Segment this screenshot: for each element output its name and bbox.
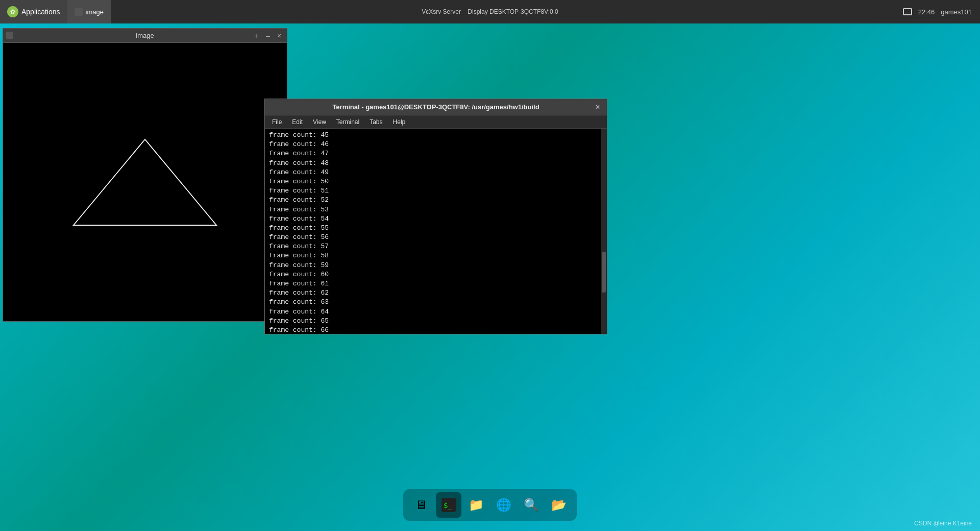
image-window-controls: + – × [252,31,284,40]
terminal-line: frame count: 49 [269,168,603,177]
terminal-close-button[interactable]: × [593,102,603,112]
terminal-line: frame count: 54 [269,214,603,224]
apps-icon: ✿ [7,6,18,17]
terminal-line: frame count: 65 [269,317,603,326]
topbar-time: 22:46 [918,8,935,16]
terminal-window: Terminal - games101@DESKTOP-3QCTF8V: /us… [264,99,607,334]
terminal-line: frame count: 60 [269,270,603,279]
applications-label: Applications [21,8,60,16]
applications-menu[interactable]: ✿ Applications [0,0,67,23]
terminal-menu-tabs[interactable]: Tabs [365,117,386,127]
image-window-titlebar: image + – × [3,29,287,43]
bottom-right-text: CSDN @eine K1eine [914,520,972,527]
terminal-body[interactable]: frame count: 45frame count: 46frame coun… [265,129,607,334]
terminal-line: frame count: 55 [269,224,603,233]
svg-text:$_: $_ [444,501,452,510]
terminal-line: frame count: 57 [269,242,603,251]
triangle-graphic [48,111,242,254]
terminal-menu-file[interactable]: File [268,117,286,127]
terminal-line: frame count: 59 [269,261,603,270]
terminal-menu-help[interactable]: Help [389,117,410,127]
terminal-line: frame count: 64 [269,307,603,317]
image-window-menu-icon[interactable] [6,32,13,39]
window-icon [75,8,83,16]
topbar-title: VcXsrv Server – Display DESKTOP-3QCTF8V:… [0,0,980,23]
taskbar-image-label: image [86,8,104,16]
terminal-menubar: File Edit View Terminal Tabs Help [265,115,607,129]
dock-console[interactable]: $_ [436,492,461,518]
terminal-line: frame count: 66 [269,326,603,334]
topbar-right: 22:46 games101 [903,0,980,23]
image-minimize-button[interactable]: – [263,31,273,40]
terminal-line: frame count: 61 [269,279,603,288]
dock-search[interactable]: 🔍 [519,492,544,518]
terminal-line: frame count: 62 [269,288,603,298]
image-window-title: image [136,32,154,39]
terminal-line: frame count: 47 [269,149,603,158]
terminal-menu-terminal[interactable]: Terminal [332,117,363,127]
terminal-scrollbar[interactable] [601,129,607,334]
screen-icon [903,8,912,15]
dock-files[interactable]: 📁 [463,492,489,518]
terminal-line: frame count: 46 [269,140,603,149]
terminal-line: frame count: 56 [269,233,603,242]
topbar: ✿ Applications image VcXsrv Server – Dis… [0,0,980,23]
image-close-button[interactable]: × [275,31,284,40]
dock-folder[interactable]: 📂 [546,492,572,518]
dock-terminal[interactable]: 🖥 [408,492,434,518]
taskbar-image-button[interactable]: image [67,0,111,23]
terminal-titlebar: Terminal - games101@DESKTOP-3QCTF8V: /us… [265,99,607,115]
bottom-dock: 🖥 $_ 📁 🌐 🔍 📂 [403,489,577,521]
terminal-line: frame count: 48 [269,159,603,168]
image-window: image + – × [3,28,287,322]
terminal-scroll-thumb[interactable] [602,252,606,293]
image-canvas [3,43,287,321]
terminal-line: frame count: 51 [269,186,603,196]
svg-marker-0 [74,139,216,225]
terminal-menu-edit[interactable]: Edit [288,117,307,127]
terminal-line: frame count: 58 [269,251,603,260]
terminal-line: frame count: 50 [269,177,603,186]
terminal-line: frame count: 52 [269,196,603,205]
terminal-line: frame count: 63 [269,298,603,307]
terminal-menu-view[interactable]: View [309,117,330,127]
terminal-title: Terminal - games101@DESKTOP-3QCTF8V: /us… [332,103,539,111]
image-pin-button[interactable]: + [252,31,261,40]
terminal-line: frame count: 53 [269,205,603,214]
topbar-user: games101 [941,8,972,16]
terminal-line: frame count: 45 [269,131,603,140]
dock-browser[interactable]: 🌐 [491,492,517,518]
